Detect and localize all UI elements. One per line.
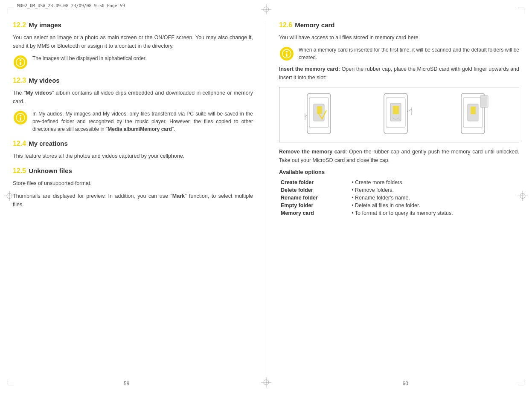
section-12-4: 12.4 My creations This feature stores al…: [13, 140, 253, 160]
section-title-12-4: My creations: [29, 140, 68, 147]
page-wrapper: MD02_UM_USA_23-09-08 23/09/08 9:50 Page …: [0, 0, 532, 393]
right-column: 12.6 Memory card You will have access to…: [266, 21, 519, 376]
svg-rect-15: [20, 62, 21, 65]
svg-rect-19: [20, 117, 21, 121]
svg-rect-27: [317, 106, 322, 114]
section-12-6: 12.6 Memory card You will have access to…: [279, 21, 519, 217]
note-text-12-3: In My audios, My images and My videos: o…: [32, 110, 253, 133]
header-bar: MD02_UM_USA_23-09-08 23/09/08 9:50 Page …: [17, 3, 125, 8]
section-number-12-3: 12.3: [13, 77, 26, 84]
info-icon-12-3: [13, 110, 28, 125]
available-options-title: Available options: [279, 169, 519, 175]
file-info: MD02_UM_USA_23-09-08 23/09/08 9:50 Page …: [17, 3, 125, 8]
option-label-empty-folder: Empty folder: [279, 202, 350, 209]
section-12-2: 12.2 My images You can select an image o…: [13, 21, 253, 70]
option-empty-folder: Empty folder • Delete all files in one f…: [279, 202, 519, 209]
option-delete-folder: Delete folder • Remove folders.: [279, 186, 519, 194]
note-text-12-6: When a memory card is inserted for the f…: [299, 46, 519, 61]
section-heading-12-5: 12.5 Unknown files: [13, 167, 253, 175]
section-title-12-2: My images: [29, 21, 61, 29]
section-body-12-2: You can select an image or a photo as ma…: [13, 33, 253, 50]
option-desc-delete-folder: • Remove folders.: [350, 186, 519, 194]
corner-tl: [8, 8, 16, 16]
section-title-12-3: My videos: [29, 77, 60, 84]
section-number-12-4: 12.4: [13, 140, 26, 147]
option-label-memory-card: Memory card: [279, 209, 350, 217]
svg-point-18: [20, 115, 21, 116]
note-box-12-6: When a memory card is inserted for the f…: [279, 46, 519, 61]
option-desc-create-folder: • Create more folders.: [350, 179, 519, 186]
note-box-12-2: The images will be displayed in alphabet…: [13, 55, 253, 70]
section-body-12-5b: Thumbnails are displayed for preview. In…: [13, 192, 253, 209]
main-content: 12.2 My images You can select an image o…: [13, 21, 519, 376]
section-title-12-6: Memory card: [295, 21, 334, 29]
svg-rect-39: [471, 107, 476, 114]
section-number-12-2: 12.2: [13, 21, 26, 29]
option-rename-folder: Rename folder • Rename folder's name.: [279, 194, 519, 202]
section-body-12-5a: Store files of unsupported format.: [13, 179, 253, 188]
page-number-59: 59: [0, 381, 266, 387]
phone-image-3: [457, 91, 495, 138]
note-text-12-2: The images will be displayed in alphabet…: [32, 55, 147, 62]
section-heading-12-2: 12.2 My images: [13, 21, 253, 29]
section-number-12-5: 12.5: [13, 167, 26, 175]
remove-instruction: Remove the memory card: Open the rubber …: [279, 147, 519, 165]
section-title-12-5: Unknown files: [29, 167, 72, 174]
section-12-3: 12.3 My videos The "My videos" album con…: [13, 77, 253, 133]
svg-rect-41: [481, 96, 487, 107]
section-heading-12-4: 12.4 My creations: [13, 140, 253, 147]
section-12-5: 12.5 Unknown files Store files of unsupp…: [13, 167, 253, 209]
section-heading-12-6: 12.6 Memory card: [279, 21, 519, 29]
corner-tr: [516, 8, 524, 16]
option-desc-rename-folder: • Rename folder's name.: [350, 194, 519, 202]
svg-point-22: [286, 51, 288, 52]
svg-point-14: [20, 59, 21, 61]
svg-line-34: [407, 109, 412, 112]
section-body-12-3: The "My videos" album contains all video…: [13, 89, 253, 106]
option-memory-card: Memory card • To format it or to query i…: [279, 209, 519, 217]
option-desc-memory-card: • To format it or to query its memory st…: [350, 209, 519, 217]
info-icon-12-2: [13, 55, 28, 70]
insert-instruction: Insert the memory card: Open the rubber …: [279, 65, 519, 82]
phone-images: [279, 87, 519, 142]
option-desc-empty-folder: • Delete all files in one folder.: [350, 202, 519, 209]
options-table: Create folder • Create more folders. Del…: [279, 179, 519, 217]
page-numbers: 59 60: [0, 381, 532, 387]
phone-image-2: [380, 91, 418, 138]
info-icon-12-6: [279, 46, 294, 61]
section-body-12-6: You will have access to all files stored…: [279, 33, 519, 42]
section-heading-12-3: 12.3 My videos: [13, 77, 253, 84]
page-number-60: 60: [266, 381, 532, 387]
svg-rect-33: [393, 106, 399, 114]
option-label-delete-folder: Delete folder: [279, 186, 350, 194]
svg-rect-23: [286, 53, 288, 57]
crosshair-top: [261, 4, 271, 16]
option-label-create-folder: Create folder: [279, 179, 350, 186]
section-number-12-6: 12.6: [279, 21, 292, 29]
option-create-folder: Create folder • Create more folders.: [279, 179, 519, 186]
note-box-12-3: In My audios, My images and My videos: o…: [13, 110, 253, 133]
phone-image-1: [303, 91, 341, 138]
left-column: 12.2 My images You can select an image o…: [13, 21, 266, 376]
section-body-12-4: This feature stores all the photos and v…: [13, 152, 253, 160]
option-label-rename-folder: Rename folder: [279, 194, 350, 202]
